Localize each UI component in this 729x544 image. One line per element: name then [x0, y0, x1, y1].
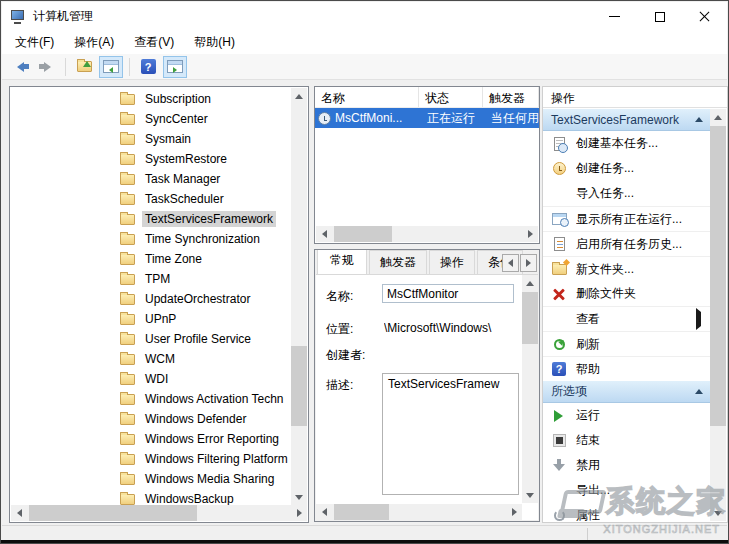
action-create-basic-task[interactable]: 创建基本任务...	[543, 131, 711, 156]
scroll-up-arrow[interactable]	[710, 109, 726, 125]
task-list-horizontal-scrollbar[interactable]	[316, 226, 538, 242]
column-header-trigger[interactable]: 触发器	[483, 87, 539, 107]
scrollbar-thumb[interactable]	[522, 292, 538, 344]
tree-item-sysmain[interactable]: Sysmain	[10, 129, 291, 149]
details-horizontal-scrollbar[interactable]	[316, 504, 522, 520]
scroll-down-arrow[interactable]	[710, 505, 726, 521]
menu-bar: 文件(F) 操作(A) 查看(V) 帮助(H)	[2, 31, 727, 54]
tree-item-user-profile-service[interactable]: User Profile Service	[10, 329, 291, 349]
maximize-button[interactable]	[637, 2, 682, 31]
action-properties[interactable]: 属性	[543, 503, 711, 522]
show-console-tree-button[interactable]	[99, 56, 123, 78]
tree-item-time-synchronization[interactable]: Time Synchronization	[10, 229, 291, 249]
action-end[interactable]: 结束	[543, 428, 711, 453]
action-export[interactable]: 导出...	[543, 478, 711, 503]
tree-item-subscription[interactable]: Subscription	[10, 89, 291, 109]
name-field-input[interactable]	[382, 284, 514, 303]
show-action-pane-button[interactable]	[163, 56, 187, 78]
back-arrow-icon	[12, 62, 29, 72]
tree-vertical-scrollbar[interactable]	[291, 88, 307, 505]
folder-up-icon	[77, 61, 92, 72]
tree-item-systemrestore[interactable]: SystemRestore	[10, 149, 291, 169]
action-view[interactable]: 查看	[543, 306, 711, 331]
tab-scroll-left-button[interactable]	[502, 254, 519, 272]
action-label: 新文件夹...	[576, 261, 634, 278]
menu-action[interactable]: 操作(A)	[64, 30, 124, 55]
tree-item-tpm[interactable]: TPM	[10, 269, 291, 289]
action-import-task[interactable]: 导入任务...	[543, 181, 711, 206]
action-delete-folder[interactable]: 删除文件夹	[543, 281, 711, 306]
tree-item-task-manager[interactable]: Task Manager	[10, 169, 291, 189]
action-enable-task-history[interactable]: 启用所有任务历史...	[543, 231, 711, 256]
description-field-box[interactable]: TextServicesFramew	[382, 373, 519, 495]
scroll-left-arrow[interactable]	[316, 226, 332, 242]
scrollbar-thumb[interactable]	[291, 346, 307, 426]
tree-item-windowsbackup[interactable]: WindowsBackup	[10, 489, 291, 505]
tree-horizontal-scrollbar[interactable]	[11, 505, 307, 521]
tree-item-windows-error-reporting[interactable]: Windows Error Reporting	[10, 429, 291, 449]
help-button[interactable]: ?	[136, 56, 160, 78]
details-vertical-scrollbar[interactable]	[522, 275, 538, 503]
tree-item-updateorchestrator[interactable]: UpdateOrchestrator	[10, 289, 291, 309]
tree-item-label: WCM	[142, 351, 178, 367]
column-header-status[interactable]: 状态	[419, 87, 483, 107]
tab-actions[interactable]: 操作	[429, 250, 475, 274]
tree-item-textservicesframework[interactable]: TextServicesFramework	[10, 209, 291, 229]
tree-item-windows-filtering-platform[interactable]: Windows Filtering Platform	[10, 449, 291, 469]
tree-item-label: Windows Activation Techn	[142, 391, 287, 407]
scrollbar-thumb[interactable]	[710, 126, 726, 426]
tab-triggers[interactable]: 触发器	[369, 250, 427, 274]
scroll-right-arrow[interactable]	[522, 226, 538, 242]
back-button[interactable]	[8, 56, 32, 78]
action-run[interactable]: 运行	[543, 403, 711, 428]
tree-item-label: SystemRestore	[142, 151, 230, 167]
scrollbar-thumb[interactable]	[29, 505, 197, 521]
section-header-textservicesframework[interactable]: TextServicesFramework	[543, 109, 711, 131]
action-label: 创建基本任务...	[576, 135, 658, 152]
tree-item-upnp[interactable]: UPnP	[10, 309, 291, 329]
minimize-button[interactable]	[592, 2, 637, 31]
tab-scroll-right-button[interactable]	[520, 254, 537, 272]
tree-item-wdi[interactable]: WDI	[10, 369, 291, 389]
tree-item-taskscheduler[interactable]: TaskScheduler	[10, 189, 291, 209]
menu-file[interactable]: 文件(F)	[5, 30, 64, 55]
actions-vertical-scrollbar[interactable]	[710, 109, 726, 521]
scroll-right-arrow[interactable]	[506, 504, 522, 520]
section-header-selected-item[interactable]: 所选项	[543, 381, 711, 403]
action-create-task[interactable]: 创建任务...	[543, 156, 711, 181]
scroll-right-arrow[interactable]	[291, 505, 307, 521]
column-header-name[interactable]: 名称	[315, 87, 419, 107]
tree-item-wcm[interactable]: WCM	[10, 349, 291, 369]
scrollbar-thumb[interactable]	[334, 226, 392, 242]
scroll-left-arrow[interactable]	[316, 504, 332, 520]
tab-general[interactable]: 常规	[317, 250, 367, 274]
close-button[interactable]	[682, 2, 727, 31]
scroll-down-arrow[interactable]	[522, 487, 538, 503]
folder-icon	[120, 314, 135, 325]
menu-view[interactable]: 查看(V)	[124, 30, 184, 55]
tree-item-windows-activation[interactable]: Windows Activation Techn	[10, 389, 291, 409]
tree-item-windows-defender[interactable]: Windows Defender	[10, 409, 291, 429]
action-disable[interactable]: 禁用	[543, 453, 711, 478]
scroll-down-arrow[interactable]	[291, 489, 307, 505]
tree-item-time-zone[interactable]: Time Zone	[10, 249, 291, 269]
action-refresh[interactable]: 刷新	[543, 331, 711, 356]
delete-folder-icon	[551, 286, 567, 302]
tree-item-synccenter[interactable]: SyncCenter	[10, 109, 291, 129]
task-row-msctfmonitor[interactable]: MsCtfMoni... 正在运行 当任何用	[315, 108, 539, 128]
action-new-folder[interactable]: 新文件夹...	[543, 256, 711, 281]
forward-button[interactable]	[35, 56, 59, 78]
action-display-running-tasks[interactable]: 显示所有正在运行...	[543, 206, 711, 231]
scroll-left-arrow[interactable]	[11, 505, 27, 521]
tree-item-windows-media-sharing[interactable]: Windows Media Sharing	[10, 469, 291, 489]
scroll-up-arrow[interactable]	[291, 88, 307, 104]
scroll-up-arrow[interactable]	[522, 275, 538, 291]
up-one-level-button[interactable]	[72, 56, 96, 78]
help-glyph: ?	[145, 61, 152, 73]
end-icon	[551, 433, 567, 449]
scrollbar-thumb[interactable]	[334, 504, 389, 520]
task-clock-icon	[318, 112, 331, 125]
tree-item-label: Windows Error Reporting	[142, 431, 282, 447]
action-help[interactable]: ? 帮助	[543, 356, 711, 381]
menu-help[interactable]: 帮助(H)	[184, 30, 245, 55]
